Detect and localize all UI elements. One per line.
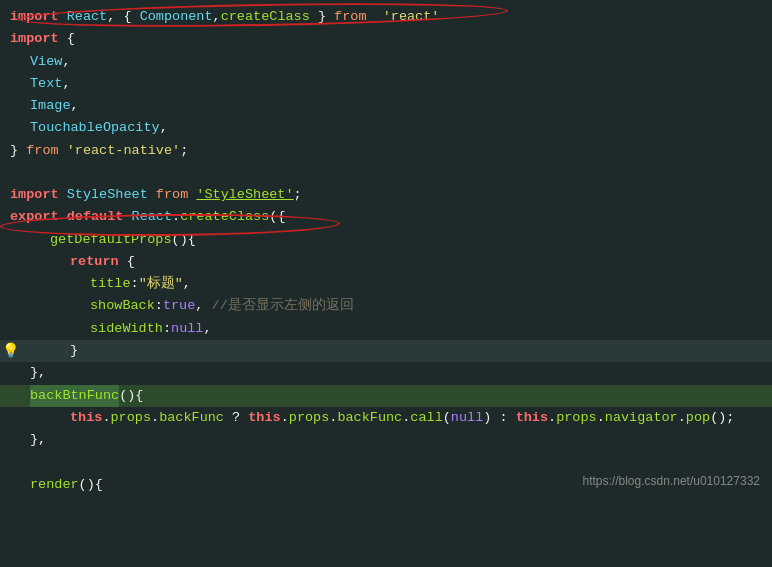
code-line-16: 💡 } xyxy=(0,340,772,362)
code-line-6: TouchableOpacity , xyxy=(0,117,772,139)
code-line-8 xyxy=(0,162,772,184)
code-line-2: import { xyxy=(0,28,772,50)
code-line-3: View , xyxy=(0,51,772,73)
keyword-import: import xyxy=(10,6,59,28)
code-line-1: import React , { Component , createClass… xyxy=(0,6,772,28)
watermark: https://blog.csdn.net/u010127332 xyxy=(583,472,760,492)
code-line-17: }, xyxy=(0,362,772,384)
code-line-9: import StyleSheet from 'StyleSheet' ; xyxy=(0,184,772,206)
code-line-5: Image , xyxy=(0,95,772,117)
code-line-10: export default React . createClass ({ xyxy=(0,206,772,228)
code-line-7: } from 'react-native' ; xyxy=(0,140,772,162)
code-line-19: this . props . backFunc ? this . props .… xyxy=(0,407,772,429)
code-line-4: Text , xyxy=(0,73,772,95)
code-editor: import React , { Component , createClass… xyxy=(0,0,772,502)
code-line-15: sideWidth : null , xyxy=(0,318,772,340)
code-line-18: backBtnFunc (){ xyxy=(0,385,772,407)
code-line-21 xyxy=(0,451,772,473)
code-line-11: getDefaultProps (){ xyxy=(0,229,772,251)
code-line-20: }, xyxy=(0,429,772,451)
gutter-lightbulb-icon: 💡 xyxy=(2,340,19,363)
code-line-14: showBack : true , //是否显示左侧的返回 xyxy=(0,295,772,317)
code-line-13: title : "标题" , xyxy=(0,273,772,295)
code-line-12: return { xyxy=(0,251,772,273)
